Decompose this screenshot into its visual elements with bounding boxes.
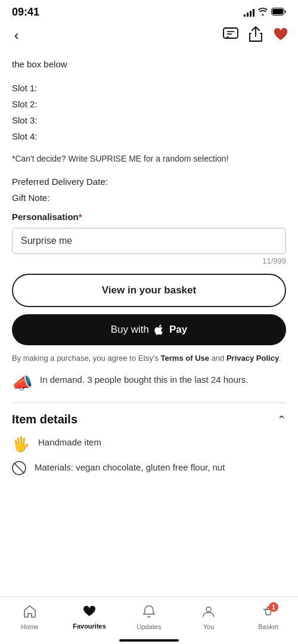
updates-icon bbox=[142, 605, 156, 621]
buy-with-apple-pay-button[interactable]: Buy with Pay bbox=[12, 314, 286, 345]
nav-basket[interactable]: 1 Basket bbox=[247, 605, 289, 630]
home-icon bbox=[23, 605, 36, 621]
detail-item-materials: Materials: vegan chocolate, gluten free … bbox=[12, 461, 286, 479]
demand-icon: 📣 bbox=[12, 373, 33, 393]
item-details-header: Item details ⌃ bbox=[12, 413, 286, 426]
signal-bars-icon bbox=[244, 8, 254, 17]
wifi-icon bbox=[258, 8, 268, 17]
comment-icon[interactable] bbox=[223, 27, 238, 44]
basket-badge: 1 bbox=[269, 602, 278, 612]
favourites-icon bbox=[83, 605, 96, 621]
svg-rect-1 bbox=[272, 9, 283, 14]
status-time: 09:41 bbox=[12, 6, 39, 18]
svg-point-7 bbox=[206, 607, 211, 612]
basket-wrapper: 1 bbox=[262, 605, 275, 621]
slot-item-2: Slot 2: bbox=[12, 96, 286, 112]
slot-item-3: Slot 3: bbox=[12, 112, 286, 128]
materials-icon bbox=[12, 461, 26, 479]
detail-item-handmade: 🖐 Handmade item bbox=[12, 436, 286, 453]
battery-icon bbox=[271, 8, 286, 17]
bottom-nav: Home Favourites Updates You bbox=[0, 596, 298, 644]
header: ‹ bbox=[0, 22, 298, 52]
back-button[interactable]: ‹ bbox=[10, 26, 23, 46]
nav-favourites[interactable]: Favourites bbox=[69, 605, 110, 630]
favourite-heart-icon[interactable] bbox=[273, 27, 288, 45]
nav-updates[interactable]: Updates bbox=[128, 605, 170, 630]
materials-text: Materials: vegan chocolate, gluten free … bbox=[35, 461, 225, 475]
chevron-up-icon[interactable]: ⌃ bbox=[277, 413, 286, 426]
personalisation-section-label: Personalisation* bbox=[12, 212, 286, 222]
personalisation-input[interactable] bbox=[21, 236, 277, 246]
divider bbox=[12, 402, 286, 403]
description-text: the box below bbox=[12, 58, 286, 72]
nav-home[interactable]: Home bbox=[9, 605, 51, 630]
personalisation-input-wrapper bbox=[12, 228, 286, 254]
item-details-title: Item details bbox=[12, 413, 77, 426]
favourites-label: Favourites bbox=[73, 623, 106, 630]
basket-label: Basket bbox=[258, 623, 278, 630]
delivery-info: Preferred Delivery Date: Gift Note: bbox=[12, 174, 286, 206]
slot-item-4: Slot 4: bbox=[12, 128, 286, 144]
svg-line-6 bbox=[14, 463, 24, 473]
main-content: the box below Slot 1: Slot 2: Slot 3: Sl… bbox=[0, 52, 298, 627]
status-bar: 09:41 bbox=[0, 0, 298, 22]
updates-label: Updates bbox=[137, 623, 162, 630]
terms-text: By making a purchase, you agree to Etsy'… bbox=[12, 352, 286, 364]
preferred-delivery-label: Preferred Delivery Date: bbox=[12, 174, 286, 190]
gift-note-label: Gift Note: bbox=[12, 190, 286, 206]
surprise-note: *Can't decide? Write SUPRISE ME for a ra… bbox=[12, 153, 286, 165]
char-count: 11/999 bbox=[12, 256, 286, 265]
slot-list: Slot 1: Slot 2: Slot 3: Slot 4: bbox=[12, 80, 286, 144]
nav-you[interactable]: You bbox=[188, 605, 229, 630]
slot-item-1: Slot 1: bbox=[12, 80, 286, 96]
header-actions bbox=[223, 26, 288, 45]
svg-rect-2 bbox=[224, 28, 238, 38]
home-label: Home bbox=[21, 623, 38, 630]
you-label: You bbox=[203, 623, 215, 630]
handmade-icon: 🖐 bbox=[12, 436, 30, 453]
view-basket-button[interactable]: View in your basket bbox=[12, 274, 286, 307]
privacy-policy-link[interactable]: Privacy Policy bbox=[226, 354, 279, 363]
demand-badge: 📣 In demand. 3 people bought this in the… bbox=[12, 373, 286, 393]
share-icon[interactable] bbox=[249, 26, 262, 45]
you-icon bbox=[202, 605, 215, 621]
handmade-text: Handmade item bbox=[38, 436, 101, 450]
terms-of-use-link[interactable]: Terms of Use bbox=[161, 354, 209, 363]
home-indicator bbox=[119, 639, 179, 642]
demand-text: In demand. 3 people bought this in the l… bbox=[40, 373, 248, 387]
status-icons bbox=[244, 8, 286, 17]
